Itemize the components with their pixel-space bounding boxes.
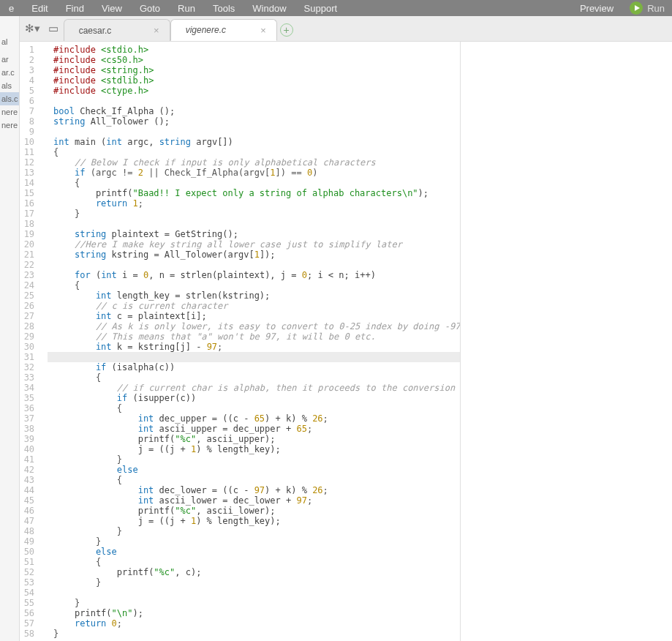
- tab[interactable]: vigenere.c×: [170, 19, 277, 41]
- code-editor[interactable]: 1234567891011121314151617181920212223242…: [20, 42, 461, 641]
- tree-item[interactable]: ar.c: [0, 66, 19, 79]
- line-gutter: 1234567891011121314151617181920212223242…: [20, 42, 48, 641]
- menu-item[interactable]: Support: [295, 3, 347, 14]
- menu-item[interactable]: Window: [243, 3, 295, 14]
- tree-item[interactable]: nere: [0, 105, 19, 119]
- menu-item[interactable]: Run: [169, 3, 204, 14]
- new-tab-button[interactable]: +: [277, 23, 296, 41]
- file-tree[interactable]: alarar.calsals.cnerenere: [0, 16, 20, 641]
- doc-panel: [460, 42, 672, 641]
- gear-icon[interactable]: ✻▾: [23, 22, 43, 41]
- menu-item[interactable]: Find: [57, 3, 93, 14]
- code-area[interactable]: #include <stdio.h>#include <cs50.h>#incl…: [48, 42, 460, 641]
- menu-item[interactable]: View: [93, 3, 131, 14]
- preview-button[interactable]: Preview: [571, 3, 622, 14]
- menu-item[interactable]: Tools: [204, 3, 243, 14]
- tree-item[interactable]: ar: [0, 53, 19, 66]
- tree-item[interactable]: nere: [0, 119, 19, 132]
- tab[interactable]: caesar.c×: [64, 19, 170, 41]
- tree-item[interactable]: als.c: [0, 92, 19, 105]
- close-icon[interactable]: ×: [151, 25, 162, 36]
- tab-label: caesar.c: [79, 26, 151, 36]
- menu-item[interactable]: Goto: [131, 3, 169, 14]
- tab-label: vigenere.c: [186, 25, 257, 35]
- menu-item[interactable]: Edit: [23, 3, 56, 14]
- play-icon: [630, 1, 643, 15]
- tree-item[interactable]: al: [0, 35, 19, 48]
- menu-item[interactable]: e: [0, 3, 23, 14]
- tab-bar: ✻▾ ▭ caesar.c×vigenere.c× +: [20, 16, 672, 42]
- panel-icon[interactable]: ▭: [43, 22, 64, 41]
- menubar: eEditFindViewGotoRunToolsWindowSupportPr…: [0, 0, 672, 16]
- tree-item[interactable]: als: [0, 79, 19, 92]
- close-icon[interactable]: ×: [257, 25, 269, 36]
- run-button[interactable]: Run: [622, 1, 672, 15]
